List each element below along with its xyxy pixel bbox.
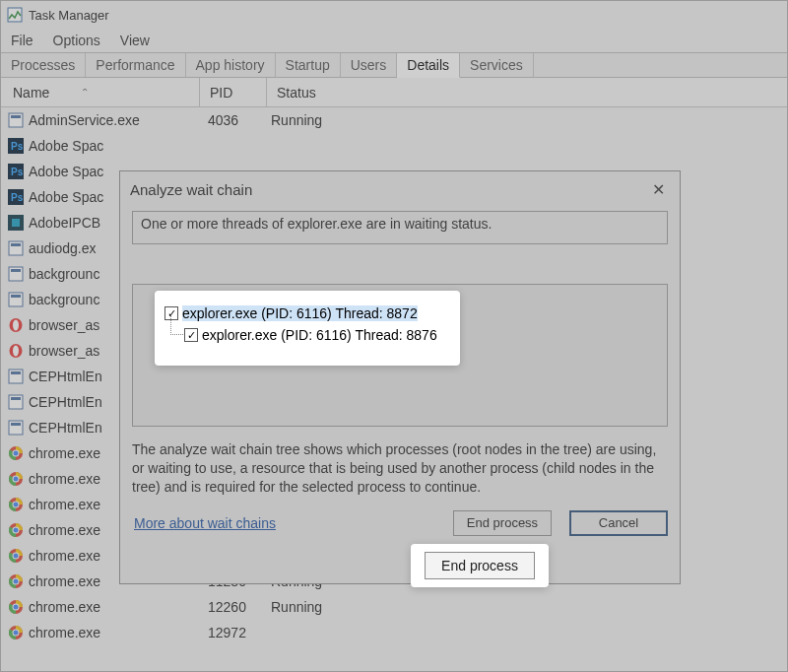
svg-text:Ps: Ps — [11, 141, 24, 152]
window-title: Task Manager — [29, 8, 109, 23]
chrome-icon — [7, 599, 25, 615]
photoshop-icon: Ps — [7, 164, 25, 179]
task-manager-window: Task Manager File Options View Processes… — [0, 0, 788, 672]
menubar: File Options View — [1, 29, 787, 52]
chrome-icon — [7, 445, 25, 461]
menu-options[interactable]: Options — [45, 31, 108, 50]
generic-icon — [7, 369, 25, 384]
svg-text:Ps: Ps — [11, 192, 24, 203]
svg-text:Ps: Ps — [11, 167, 24, 177]
menu-file[interactable]: File — [3, 31, 41, 50]
process-name: Adobe Spac — [29, 138, 204, 154]
svg-rect-14 — [11, 269, 21, 272]
svg-point-35 — [14, 503, 19, 507]
menu-view[interactable]: View — [112, 31, 158, 50]
svg-point-18 — [13, 320, 19, 331]
svg-point-41 — [14, 554, 19, 559]
generic-icon — [7, 266, 25, 282]
photoshop-icon: Ps — [7, 189, 25, 205]
table-row[interactable]: chrome.exe12972 — [1, 620, 787, 645]
sort-indicator-icon: ⌃ — [81, 87, 89, 98]
chrome-icon — [7, 471, 25, 487]
generic-icon — [7, 112, 25, 128]
close-icon[interactable]: ✕ — [646, 177, 670, 201]
generic-icon — [7, 292, 25, 307]
generic-icon — [7, 420, 25, 436]
end-process-button[interactable]: End process — [425, 552, 535, 579]
tab-app-history[interactable]: App history — [186, 53, 276, 77]
end-process-spotlight: End process — [411, 544, 549, 587]
tree-row-root[interactable]: ✓ explorer.exe (PID: 6116) Thread: 8872 — [164, 302, 450, 324]
tab-details[interactable]: Details — [397, 53, 460, 78]
generic-icon — [7, 394, 25, 410]
svg-rect-22 — [11, 371, 21, 374]
svg-point-47 — [14, 605, 19, 610]
svg-rect-10 — [12, 219, 20, 227]
tab-performance[interactable]: Performance — [86, 53, 185, 77]
svg-rect-2 — [11, 115, 21, 118]
generic-icon — [7, 240, 25, 256]
dialog-title: Analyze wait chain — [130, 181, 252, 198]
dialog-info-text: One or more threads of explorer.exe are … — [132, 211, 668, 244]
tree-spotlight: ✓ explorer.exe (PID: 6116) Thread: 8872 … — [155, 291, 460, 366]
task-manager-icon — [7, 7, 23, 23]
details-columns: Name ⌃ PID Status — [1, 78, 787, 107]
more-about-link[interactable]: More about wait chains — [134, 515, 276, 531]
tab-services[interactable]: Services — [460, 53, 534, 77]
process-pid: 4036 — [204, 112, 271, 128]
dialog-explain-text: The analyze wait chain tree shows which … — [132, 440, 668, 497]
svg-point-32 — [14, 477, 19, 482]
tab-users[interactable]: Users — [341, 53, 398, 77]
dialog-titlebar: Analyze wait chain ✕ — [120, 171, 680, 205]
process-name: chrome.exe — [29, 625, 204, 640]
chrome-icon — [7, 497, 25, 512]
process-name: AdminService.exe — [29, 112, 204, 128]
cancel-button[interactable]: Cancel — [569, 510, 668, 536]
tree-row-label: explorer.exe (PID: 6116) Thread: 8876 — [202, 327, 437, 343]
tree-row-child[interactable]: ✓ explorer.exe (PID: 6116) Thread: 8876 — [164, 324, 450, 346]
process-name: chrome.exe — [29, 599, 204, 615]
tab-processes[interactable]: Processes — [1, 53, 86, 77]
svg-point-20 — [13, 346, 19, 357]
table-row[interactable]: PsAdobe Spac — [1, 133, 787, 159]
column-pid[interactable]: PID — [200, 78, 267, 106]
details-tabbar: Processes Performance App history Startu… — [1, 52, 787, 78]
dialog-body: One or more threads of explorer.exe are … — [120, 205, 680, 546]
checkbox-icon[interactable]: ✓ — [184, 328, 198, 342]
process-status: Running — [271, 112, 787, 128]
opera-icon — [7, 317, 25, 333]
svg-point-44 — [14, 579, 19, 584]
svg-point-38 — [14, 528, 19, 533]
svg-point-50 — [14, 631, 19, 636]
tab-startup[interactable]: Startup — [276, 53, 341, 77]
process-pid: 12260 — [204, 599, 271, 615]
table-row[interactable]: AdminService.exe4036Running — [1, 107, 787, 133]
dialog-actions: More about wait chains End process Cance… — [132, 510, 668, 536]
titlebar: Task Manager — [1, 1, 787, 29]
opera-icon — [7, 343, 25, 359]
svg-point-29 — [14, 451, 19, 456]
chrome-icon — [7, 522, 25, 538]
svg-rect-26 — [11, 423, 21, 426]
chrome-icon — [7, 625, 25, 640]
svg-rect-24 — [11, 397, 21, 400]
photoshop-icon: Ps — [7, 138, 25, 154]
chrome-icon — [7, 548, 25, 564]
table-row[interactable]: chrome.exe12260Running — [1, 594, 787, 620]
end-process-button-bg[interactable]: End process — [453, 510, 552, 536]
process-pid: 12972 — [204, 625, 271, 640]
analyze-wait-chain-dialog: Analyze wait chain ✕ One or more threads… — [119, 170, 681, 584]
tree-row-label: explorer.exe (PID: 6116) Thread: 8872 — [182, 305, 418, 321]
adobe-icon — [7, 215, 25, 231]
svg-rect-12 — [11, 243, 21, 246]
svg-rect-16 — [11, 295, 21, 298]
chrome-icon — [7, 573, 25, 589]
column-name[interactable]: Name ⌃ — [1, 78, 200, 106]
column-status[interactable]: Status — [267, 85, 787, 101]
process-status: Running — [271, 599, 787, 615]
